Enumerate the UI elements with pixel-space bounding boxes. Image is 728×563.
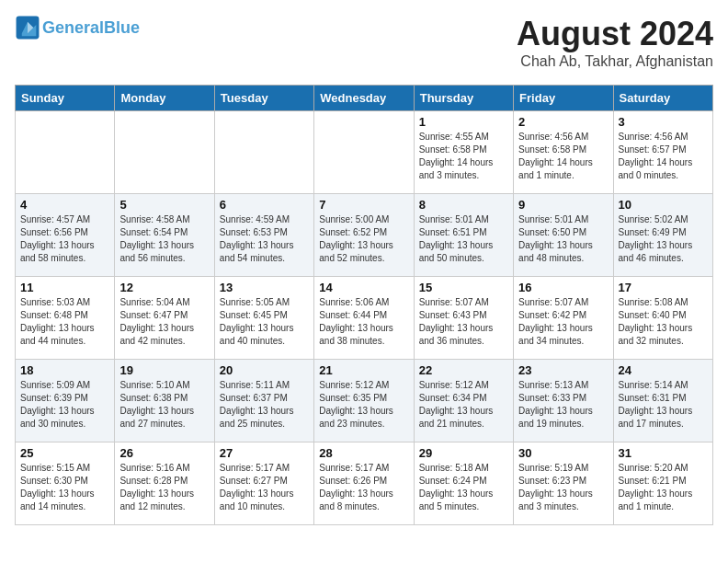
day-info: Sunrise: 5:05 AM Sunset: 6:45 PM Dayligh… [220,296,309,348]
calendar-cell: 25Sunrise: 5:15 AM Sunset: 6:30 PM Dayli… [16,442,115,525]
day-number: 1 [419,115,508,129]
week-row-1: 1Sunrise: 4:55 AM Sunset: 6:58 PM Daylig… [16,111,713,194]
day-number: 24 [619,363,708,377]
logo-line1: GeneralBlue [42,19,140,36]
day-info: Sunrise: 5:12 AM Sunset: 6:35 PM Dayligh… [319,379,408,431]
calendar-cell: 24Sunrise: 5:14 AM Sunset: 6:31 PM Dayli… [613,360,712,442]
day-info: Sunrise: 5:07 AM Sunset: 6:42 PM Dayligh… [518,296,608,348]
calendar-cell: 21Sunrise: 5:12 AM Sunset: 6:35 PM Dayli… [314,360,414,442]
day-info: Sunrise: 5:14 AM Sunset: 6:31 PM Dayligh… [619,379,708,431]
day-number: 28 [319,446,408,460]
day-info: Sunrise: 5:15 AM Sunset: 6:30 PM Dayligh… [20,462,109,513]
day-number: 3 [619,115,708,129]
location: Chah Ab, Takhar, Afghanistan [517,53,713,70]
calendar-cell [115,111,214,194]
calendar-cell: 17Sunrise: 5:08 AM Sunset: 6:40 PM Dayli… [613,277,712,360]
day-info: Sunrise: 5:20 AM Sunset: 6:21 PM Dayligh… [619,462,708,513]
day-number: 31 [619,446,708,460]
week-row-5: 25Sunrise: 5:15 AM Sunset: 6:30 PM Dayli… [16,442,713,525]
day-number: 8 [419,198,508,212]
day-number: 11 [20,281,109,294]
day-info: Sunrise: 5:12 AM Sunset: 6:34 PM Dayligh… [419,379,508,431]
day-number: 18 [20,363,109,377]
header-thursday: Thursday [414,86,513,111]
day-info: Sunrise: 5:08 AM Sunset: 6:40 PM Dayligh… [619,296,708,348]
day-number: 23 [518,363,608,377]
calendar-cell: 20Sunrise: 5:11 AM Sunset: 6:37 PM Dayli… [214,360,313,442]
header-friday: Friday [514,86,613,111]
day-number: 6 [220,198,309,212]
day-number: 17 [619,281,708,294]
day-info: Sunrise: 5:00 AM Sunset: 6:52 PM Dayligh… [319,213,408,265]
calendar-cell: 1Sunrise: 4:55 AM Sunset: 6:58 PM Daylig… [414,111,513,194]
calendar-cell [314,111,414,194]
day-info: Sunrise: 5:19 AM Sunset: 6:23 PM Dayligh… [518,462,608,513]
calendar-cell: 10Sunrise: 5:02 AM Sunset: 6:49 PM Dayli… [613,194,712,277]
calendar-cell: 3Sunrise: 4:56 AM Sunset: 6:57 PM Daylig… [613,111,712,194]
header-tuesday: Tuesday [214,86,313,111]
calendar-cell: 28Sunrise: 5:17 AM Sunset: 6:26 PM Dayli… [314,442,414,525]
day-info: Sunrise: 5:06 AM Sunset: 6:44 PM Dayligh… [319,296,408,348]
calendar-cell: 2Sunrise: 4:56 AM Sunset: 6:58 PM Daylig… [514,111,613,194]
day-number: 26 [119,446,209,460]
day-number: 16 [518,281,608,294]
top-bar: GeneralBlue August 2024 Chah Ab, Takhar,… [15,15,713,77]
calendar-cell: 7Sunrise: 5:00 AM Sunset: 6:52 PM Daylig… [314,194,414,277]
day-info: Sunrise: 4:56 AM Sunset: 6:58 PM Dayligh… [518,131,608,182]
day-number: 5 [119,198,209,212]
calendar-cell [16,111,115,194]
day-info: Sunrise: 5:04 AM Sunset: 6:47 PM Dayligh… [119,296,209,348]
day-info: Sunrise: 4:57 AM Sunset: 6:56 PM Dayligh… [20,213,109,265]
header-saturday: Saturday [613,86,712,111]
month-year: August 2024 [517,15,713,53]
day-number: 29 [419,446,508,460]
week-row-4: 18Sunrise: 5:09 AM Sunset: 6:39 PM Dayli… [16,360,713,442]
calendar-cell: 16Sunrise: 5:07 AM Sunset: 6:42 PM Dayli… [514,277,613,360]
logo-icon [15,15,40,40]
day-number: 21 [319,363,408,377]
calendar-cell: 5Sunrise: 4:58 AM Sunset: 6:54 PM Daylig… [115,194,214,277]
calendar-cell: 11Sunrise: 5:03 AM Sunset: 6:48 PM Dayli… [16,277,115,360]
calendar-cell: 14Sunrise: 5:06 AM Sunset: 6:44 PM Dayli… [314,277,414,360]
day-number: 22 [419,363,508,377]
day-info: Sunrise: 4:59 AM Sunset: 6:53 PM Dayligh… [220,213,309,265]
day-number: 25 [20,446,109,460]
calendar-cell: 4Sunrise: 4:57 AM Sunset: 6:56 PM Daylig… [16,194,115,277]
day-number: 7 [319,198,408,212]
day-number: 9 [518,198,608,212]
week-row-3: 11Sunrise: 5:03 AM Sunset: 6:48 PM Dayli… [16,277,713,360]
day-info: Sunrise: 5:17 AM Sunset: 6:27 PM Dayligh… [220,462,309,513]
day-info: Sunrise: 5:09 AM Sunset: 6:39 PM Dayligh… [20,379,109,431]
day-info: Sunrise: 5:18 AM Sunset: 6:24 PM Dayligh… [419,462,508,513]
calendar-cell: 31Sunrise: 5:20 AM Sunset: 6:21 PM Dayli… [613,442,712,525]
calendar-cell: 13Sunrise: 5:05 AM Sunset: 6:45 PM Dayli… [214,277,313,360]
calendar-cell: 22Sunrise: 5:12 AM Sunset: 6:34 PM Dayli… [414,360,513,442]
calendar-cell: 8Sunrise: 5:01 AM Sunset: 6:51 PM Daylig… [414,194,513,277]
day-info: Sunrise: 5:10 AM Sunset: 6:38 PM Dayligh… [119,379,209,431]
day-info: Sunrise: 5:07 AM Sunset: 6:43 PM Dayligh… [419,296,508,348]
week-row-2: 4Sunrise: 4:57 AM Sunset: 6:56 PM Daylig… [16,194,713,277]
calendar-cell: 23Sunrise: 5:13 AM Sunset: 6:33 PM Dayli… [514,360,613,442]
day-info: Sunrise: 5:01 AM Sunset: 6:50 PM Dayligh… [518,213,608,265]
calendar-cell: 6Sunrise: 4:59 AM Sunset: 6:53 PM Daylig… [214,194,313,277]
day-info: Sunrise: 5:11 AM Sunset: 6:37 PM Dayligh… [220,379,309,431]
day-number: 2 [518,115,608,129]
day-info: Sunrise: 5:16 AM Sunset: 6:28 PM Dayligh… [119,462,209,513]
calendar-cell: 9Sunrise: 5:01 AM Sunset: 6:50 PM Daylig… [514,194,613,277]
day-info: Sunrise: 5:01 AM Sunset: 6:51 PM Dayligh… [419,213,508,265]
day-number: 20 [220,363,309,377]
day-number: 4 [20,198,109,212]
day-info: Sunrise: 4:58 AM Sunset: 6:54 PM Dayligh… [119,213,209,265]
day-number: 14 [319,281,408,294]
calendar-cell: 19Sunrise: 5:10 AM Sunset: 6:38 PM Dayli… [115,360,214,442]
calendar-header: SundayMondayTuesdayWednesdayThursdayFrid… [16,86,713,111]
day-number: 30 [518,446,608,460]
day-number: 13 [220,281,309,294]
day-info: Sunrise: 4:56 AM Sunset: 6:57 PM Dayligh… [619,131,708,182]
header-monday: Monday [115,86,214,111]
logo: GeneralBlue [15,15,140,40]
calendar-cell: 30Sunrise: 5:19 AM Sunset: 6:23 PM Dayli… [514,442,613,525]
day-number: 12 [119,281,209,294]
header-sunday: Sunday [16,86,115,111]
calendar-cell: 26Sunrise: 5:16 AM Sunset: 6:28 PM Dayli… [115,442,214,525]
